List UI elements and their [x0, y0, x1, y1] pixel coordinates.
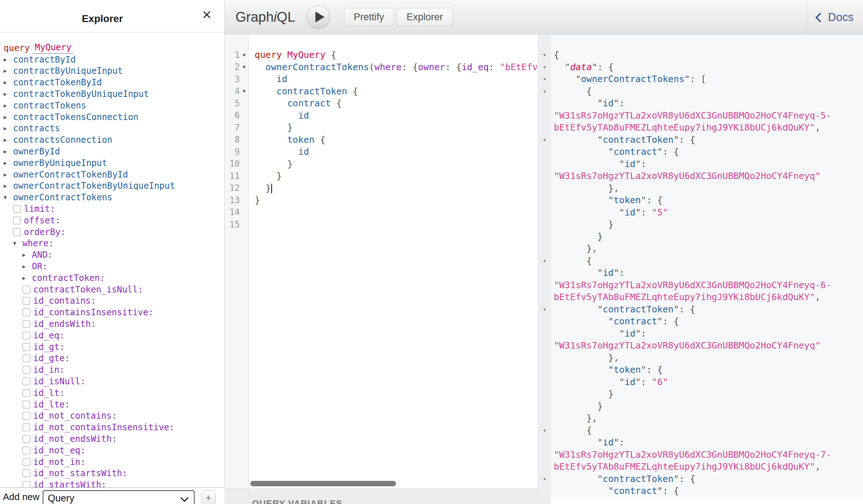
checkbox-icon[interactable] [22, 286, 30, 294]
checkbox-icon[interactable] [22, 458, 30, 466]
fold-icon[interactable]: ▾ [538, 424, 551, 437]
arrow-collapsed-icon[interactable]: ▶ [4, 148, 13, 155]
explorer-row-id_not_contains[interactable]: id_not_contains: [4, 410, 224, 422]
execute-query-button[interactable] [307, 5, 330, 29]
explorer-row-id_gt[interactable]: id_gt: [4, 341, 224, 353]
fold-icon[interactable]: ▾ [538, 134, 551, 146]
checkbox-icon[interactable] [22, 435, 30, 443]
arrow-collapsed-icon[interactable]: ▶ [4, 114, 13, 120]
checkbox-icon[interactable] [22, 366, 30, 374]
explorer-row-id_not_containsInsensitive[interactable]: id_not_containsInsensitive: [4, 422, 224, 433]
query-editor-pane[interactable]: 1▾2▾34▾56789101112131415 query MyQuery {… [225, 34, 538, 489]
explorer-row-id_not_in[interactable]: id_not_in: [4, 456, 224, 468]
fold-icon[interactable]: ▾ [538, 49, 551, 61]
explorer-row-contractTokens[interactable]: ▶contractTokens [4, 100, 224, 111]
explorer-row-contractToken[interactable]: ▶contractToken: [4, 272, 224, 284]
arrow-collapsed-icon[interactable]: ▶ [4, 68, 13, 74]
explorer-row-limit[interactable]: limit: [4, 203, 224, 215]
arrow-collapsed-icon[interactable]: ▶ [22, 263, 32, 270]
fold-icon[interactable]: ▾ [538, 473, 551, 485]
checkbox-icon[interactable] [22, 308, 30, 316]
explorer-row-ownerContractTokenByUniqueInput[interactable]: ▶ownerContractTokenByUniqueInput [4, 180, 224, 192]
explorer-row-orderBy[interactable]: orderBy: [4, 226, 224, 238]
explorer-row-id_containsInsensitive[interactable]: id_containsInsensitive: [4, 307, 224, 318]
arrow-collapsed-icon[interactable]: ▶ [4, 171, 13, 178]
checkbox-icon[interactable] [22, 481, 30, 487]
explorer-row-id_lte[interactable]: id_lte: [4, 399, 224, 410]
fold-icon[interactable]: ▾ [240, 52, 248, 58]
explorer-row-ownerContractTokens[interactable]: ▼ownerContractTokens [4, 192, 224, 203]
explorer-row-contractById[interactable]: ▶contractById [4, 54, 224, 65]
explorer-row-ownerContractTokenById[interactable]: ▶ownerContractTokenById [4, 169, 224, 180]
explorer-row-contractsConnection[interactable]: ▶contractsConnection [4, 134, 224, 146]
checkbox-icon[interactable] [13, 205, 21, 213]
checkbox-icon[interactable] [22, 469, 30, 477]
checkbox-icon[interactable] [22, 332, 30, 339]
explorer-row-contracts[interactable]: ▶contracts [4, 123, 224, 134]
explorer-row-contractTokensConnection[interactable]: ▶contractTokensConnection [4, 111, 224, 123]
add-operation-button[interactable]: + [201, 490, 216, 504]
query-variables-header[interactable]: QUERY VARIABLES [225, 489, 551, 504]
arrow-collapsed-icon[interactable]: ▶ [4, 91, 13, 97]
arrow-collapsed-icon[interactable]: ▶ [4, 125, 13, 132]
fold-icon[interactable]: ▾ [538, 85, 551, 98]
checkbox-icon[interactable] [22, 343, 30, 351]
explorer-row-ownerById[interactable]: ▶ownerById [4, 146, 224, 157]
fold-icon[interactable]: ▾ [538, 303, 551, 316]
arrow-collapsed-icon[interactable]: ▶ [4, 137, 13, 143]
explorer-row-id_lt[interactable]: id_lt: [4, 387, 224, 399]
explorer-row-contractByUniqueInput[interactable]: ▶contractByUniqueInput [4, 65, 224, 77]
checkbox-icon[interactable] [22, 354, 30, 362]
close-icon[interactable]: ✕ [202, 9, 212, 21]
arrow-collapsed-icon[interactable]: ▶ [4, 56, 13, 63]
editor-code-area[interactable]: query MyQuery { ownerContractTokens(wher… [249, 34, 538, 489]
explorer-row-id_gte[interactable]: id_gte: [4, 353, 224, 364]
fold-icon[interactable]: ▾ [538, 73, 551, 85]
explorer-row-id_isNull[interactable]: id_isNull: [4, 376, 224, 387]
checkbox-icon[interactable] [13, 217, 21, 225]
explorer-toggle-button[interactable]: Explorer [397, 8, 453, 26]
explorer-row-AND[interactable]: ▶AND: [4, 249, 224, 261]
explorer-row-id_endsWith[interactable]: id_endsWith: [4, 318, 224, 330]
explorer-row-id_not_endsWith[interactable]: id_not_endsWith: [4, 433, 224, 445]
explorer-row-ownerByUniqueInput[interactable]: ▶ownerByUniqueInput [4, 157, 224, 169]
fold-icon[interactable]: ▾ [538, 61, 551, 73]
checkbox-icon[interactable] [22, 412, 30, 420]
explorer-row-where[interactable]: ▼where: [4, 238, 224, 249]
checkbox-icon[interactable] [22, 389, 30, 397]
arrow-collapsed-icon[interactable]: ▶ [22, 275, 32, 281]
arrow-expanded-icon[interactable]: ▼ [4, 194, 13, 201]
checkbox-icon[interactable] [22, 377, 30, 385]
explorer-row-offset[interactable]: offset: [4, 215, 224, 226]
explorer-row-OR[interactable]: ▶OR: [4, 261, 224, 272]
checkbox-icon[interactable] [22, 401, 30, 409]
checkbox-icon[interactable] [22, 447, 30, 454]
fold-icon[interactable]: ▾ [240, 88, 248, 94]
prettify-button[interactable]: Prettify [344, 8, 394, 26]
arrow-collapsed-icon[interactable]: ▶ [4, 79, 13, 86]
explorer-row-id_not_startsWith[interactable]: id_not_startsWith: [4, 467, 224, 479]
explorer-row-id_eq[interactable]: id_eq: [4, 330, 224, 341]
query-name-input[interactable]: MyQuery [33, 42, 73, 54]
fold-icon[interactable]: ▾ [240, 64, 248, 70]
checkbox-icon[interactable] [22, 297, 30, 305]
explorer-row-id_in[interactable]: id_in: [4, 364, 224, 376]
explorer-row-id_not_eq[interactable]: id_not_eq: [4, 445, 224, 456]
horizontal-scrollbar[interactable] [250, 481, 396, 486]
arrow-collapsed-icon[interactable]: ▶ [4, 183, 13, 189]
arrow-expanded-icon[interactable]: ▼ [13, 240, 22, 247]
explorer-row-contractTokenByUniqueInput[interactable]: ▶contractTokenByUniqueInput [4, 88, 224, 100]
checkbox-icon[interactable] [22, 423, 30, 431]
arrow-collapsed-icon[interactable]: ▶ [22, 252, 32, 258]
checkbox-icon[interactable] [22, 320, 30, 328]
fold-icon[interactable]: ▾ [538, 255, 551, 267]
arrow-collapsed-icon[interactable]: ▶ [4, 160, 13, 166]
explorer-row-contractTokenById[interactable]: ▶contractTokenById [4, 77, 224, 88]
docs-toggle-button[interactable]: Docs [817, 11, 854, 24]
explorer-row-id_contains[interactable]: id_contains: [4, 295, 224, 307]
checkbox-icon[interactable] [13, 228, 21, 236]
add-new-type-select[interactable]: Query [43, 490, 195, 504]
explorer-row-id_startsWith[interactable]: id_startsWith: [4, 479, 224, 487]
explorer-row-contractToken_isNull[interactable]: contractToken_isNull: [4, 284, 224, 295]
arrow-collapsed-icon[interactable]: ▶ [4, 102, 13, 109]
